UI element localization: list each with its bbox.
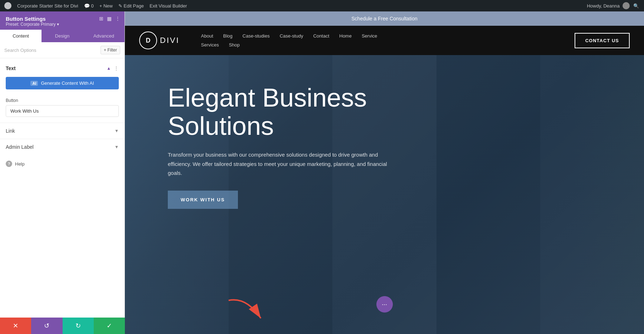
- howdy-label: Howdy, Deanna: [587, 3, 620, 9]
- section-collapse-icon[interactable]: ▲: [107, 66, 111, 71]
- main-layout: Button Settings Preset: Corporate Primar…: [0, 11, 644, 334]
- ai-generate-button[interactable]: AI Generate Content With AI: [6, 77, 119, 89]
- nav-case-studies[interactable]: Case-studies: [243, 33, 270, 39]
- help-label: Help: [15, 161, 25, 167]
- admin-label-header[interactable]: Admin Label ▼: [0, 139, 125, 155]
- panel-more-icon[interactable]: ⋮: [115, 16, 120, 21]
- announcement-text: Schedule a Free Consultation: [351, 16, 417, 21]
- tab-design[interactable]: Design: [42, 30, 83, 42]
- save-button[interactable]: ✓: [94, 318, 125, 334]
- wp-admin-bar: W Corporate Starter Site for Divi 💬 0 + …: [0, 0, 644, 11]
- panel-content: Text ▲ ⋮ AI Generate Content With AI But…: [0, 58, 125, 334]
- wp-logo-icon[interactable]: W: [4, 2, 11, 9]
- save-icon: ✓: [107, 322, 112, 330]
- help-link[interactable]: ? Help: [0, 155, 125, 173]
- cancel-icon: ✕: [13, 322, 18, 330]
- left-panel: Button Settings Preset: Corporate Primar…: [0, 11, 125, 334]
- site-logo[interactable]: D DIVI: [139, 31, 180, 49]
- hero-content: Elegant Business Solutions Transform you…: [125, 55, 447, 230]
- site-preview: Schedule a Free Consultation D DIVI Abou…: [125, 11, 644, 334]
- exit-builder-button[interactable]: Exit Visual Builder: [150, 3, 187, 9]
- nav-shop[interactable]: Shop: [229, 42, 240, 48]
- new-button[interactable]: + New: [99, 3, 113, 9]
- nav-row-2: Services Shop: [201, 42, 575, 48]
- admin-label-collapse-icon[interactable]: ▼: [114, 144, 119, 149]
- tab-advanced[interactable]: Advanced: [83, 30, 125, 42]
- undo-button[interactable]: ↺: [31, 318, 62, 334]
- link-collapse-icon[interactable]: ▼: [114, 128, 119, 133]
- button-field-group: Button: [0, 95, 125, 123]
- ai-badge: AI: [30, 81, 38, 86]
- link-section: Link ▼: [0, 123, 125, 139]
- panel-header: Button Settings Preset: Corporate Primar…: [0, 11, 125, 30]
- nav-services[interactable]: Services: [201, 42, 219, 48]
- redo-button[interactable]: ↻: [63, 318, 94, 334]
- logo-text: DIVI: [160, 36, 180, 45]
- link-label: Link: [6, 128, 15, 134]
- nav-home[interactable]: Home: [339, 33, 352, 39]
- announcement-bar: Schedule a Free Consultation: [125, 11, 644, 26]
- filter-button[interactable]: + Filter: [101, 46, 120, 54]
- dots-icon: ···: [382, 301, 387, 308]
- panel-expand-icon[interactable]: ⊞: [99, 16, 103, 21]
- redo-icon: ↻: [75, 322, 81, 330]
- section-controls: ▲ ⋮: [107, 65, 119, 71]
- section-options-icon[interactable]: ⋮: [114, 65, 119, 71]
- bottom-bar: ✕ ↺ ↻ ✓: [0, 318, 125, 334]
- panel-search-bar: + Filter: [0, 42, 125, 58]
- admin-label-section: Admin Label ▼: [0, 139, 125, 155]
- nav-about[interactable]: About: [201, 33, 213, 39]
- help-icon: ?: [6, 161, 12, 167]
- contact-us-button[interactable]: CONTACT US: [575, 33, 630, 48]
- nav-blog[interactable]: Blog: [223, 33, 233, 39]
- panel-preset[interactable]: Preset: Corporate Primary ▾: [6, 22, 119, 27]
- user-avatar: [623, 2, 630, 9]
- link-section-header[interactable]: Link ▼: [0, 123, 125, 139]
- panel-tabs: Content Design Advanced: [0, 30, 125, 42]
- admin-label-label: Admin Label: [6, 144, 34, 150]
- nav-row-1: About Blog Case-studies Case-study Conta…: [201, 33, 575, 39]
- hero-section: Elegant Business Solutions Transform you…: [125, 55, 644, 334]
- tab-content[interactable]: Content: [0, 30, 42, 42]
- logo-icon: D: [139, 31, 157, 49]
- button-field-label: Button: [6, 98, 119, 103]
- nav-service[interactable]: Service: [362, 33, 377, 39]
- search-input[interactable]: [4, 48, 98, 53]
- undo-icon: ↺: [44, 322, 49, 330]
- edit-page-button[interactable]: ✎ Edit Page: [118, 3, 144, 9]
- site-name[interactable]: Corporate Starter Site for Divi: [17, 3, 78, 9]
- hero-cta-button[interactable]: WORK WITH US: [168, 191, 238, 209]
- svg-text:W: W: [7, 5, 9, 7]
- site-nav: About Blog Case-studies Case-study Conta…: [201, 33, 575, 48]
- search-icon[interactable]: 🔍: [633, 2, 640, 9]
- comments-icon[interactable]: 💬 0: [84, 3, 94, 9]
- button-text-input[interactable]: [6, 105, 119, 117]
- user-menu[interactable]: Howdy, Deanna 🔍: [587, 2, 640, 9]
- ai-button-label: Generate Content With AI: [41, 80, 94, 86]
- panel-header-icons: ⊞ ▦ ⋮: [99, 16, 120, 21]
- floating-dots-button[interactable]: ···: [376, 296, 393, 313]
- hero-title: Elegant Business Solutions: [168, 84, 404, 140]
- text-section-title: Text: [6, 65, 16, 71]
- site-header: D DIVI About Blog Case-studies Case-stud…: [125, 26, 644, 55]
- nav-case-study[interactable]: Case-study: [280, 33, 303, 39]
- text-section-header[interactable]: Text ▲ ⋮: [0, 63, 125, 74]
- nav-contact[interactable]: Contact: [313, 33, 329, 39]
- cancel-button[interactable]: ✕: [0, 318, 31, 334]
- hero-subtitle: Transform your business with our compreh…: [168, 150, 390, 178]
- panel-layout-icon[interactable]: ▦: [107, 16, 112, 21]
